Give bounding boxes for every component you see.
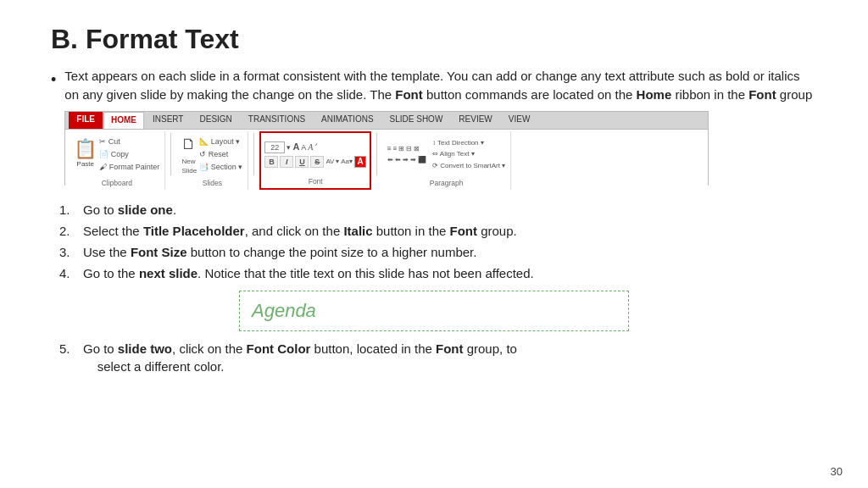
item-text-4: Go to the next slide. Notice that the ti… <box>83 264 534 282</box>
item-num-5: 5. <box>59 340 83 358</box>
tab-animations: ANIMATIONS <box>314 112 381 129</box>
numbered-item-4: 4. Go to the next slide. Notice that the… <box>59 264 817 282</box>
bullet-text-1: Text appears on each slide in a format c… <box>64 67 817 192</box>
item-num-1: 1. <box>59 201 83 219</box>
tab-review: REVIEW <box>451 112 499 129</box>
item-num-2: 2. <box>59 222 83 240</box>
page-number: 30 <box>831 465 843 478</box>
font-color-btn: A <box>354 156 366 168</box>
font-controls: 22 ▾ A A Aʼ B I U <box>264 141 366 168</box>
paragraph-content: ≡≡⊞⊟⊠ ⬅⬅➡➡⬛ ↕ Text Direction ▾ ⇔ Align T… <box>387 133 505 176</box>
font-row-2: B I U S AV ▾ Aa▾ A <box>264 156 366 168</box>
numbered-item-3: 3. Use the Font Size button to change th… <box>59 243 817 261</box>
numbered-list: 1. Go to slide one. 2. Select the Title … <box>59 201 817 282</box>
bullet-item-1: • Text appears on each slide in a format… <box>51 67 817 192</box>
item-num-3: 3. <box>59 243 83 261</box>
item-text-2: Select the Title Placeholder, and click … <box>83 222 517 240</box>
slides-content: 🗋 NewSlide 📐 Layout ▾ ↺ Reset 📑 Section … <box>181 133 242 176</box>
tab-transitions: TRANSITIONS <box>241 112 313 129</box>
bullet-section: • Text appears on each slide in a format… <box>51 67 817 192</box>
font-size-box: 22 <box>264 141 285 153</box>
numbered-item-5: 5. Go to slide two, click on the Font Co… <box>59 340 817 375</box>
divider-1 <box>170 133 171 175</box>
underline-btn: U <box>295 156 309 168</box>
italic-btn: I <box>280 156 293 168</box>
item-text-1: Go to slide one. <box>83 201 176 219</box>
numbered-item-1: 1. Go to slide one. <box>59 201 817 219</box>
tab-file: FILE <box>69 112 103 129</box>
page-content: B. Format Text • Text appears on each sl… <box>0 0 868 488</box>
ribbon-screenshot: FILE HOME INSERT DESIGN TRANSITIONS ANIM… <box>64 111 709 186</box>
divider-2 <box>253 133 254 175</box>
clipboard-group: 📋 Paste ✂ Cut 📄 Copy 🖌 Format Painter Cl… <box>69 131 165 191</box>
tab-design: DESIGN <box>192 112 239 129</box>
font-group: 22 ▾ A A Aʼ B I U <box>259 131 371 191</box>
paste-btn: 📋 Paste <box>74 140 97 169</box>
agenda-box: Agenda <box>239 291 629 331</box>
tab-insert: INSERT <box>145 112 192 129</box>
ribbon-body: 📋 Paste ✂ Cut 📄 Copy 🖌 Format Painter Cl… <box>65 129 708 192</box>
item-text-5: Go to slide two, click on the Font Color… <box>83 340 517 375</box>
agenda-text: Agenda <box>252 300 316 322</box>
tab-view: VIEW <box>501 112 538 129</box>
font-label: Font <box>309 176 323 186</box>
slides-label: Slides <box>203 178 222 188</box>
numbered-item-2: 2. Select the Title Placeholder, and cli… <box>59 222 817 240</box>
clipboard-label: Clipboard <box>102 178 132 188</box>
font-content: 22 ▾ A A Aʼ B I U <box>264 135 366 175</box>
tab-home: HOME <box>103 112 144 129</box>
paragraph-label: Paragraph <box>430 178 464 188</box>
strikethrough-btn: S <box>310 156 324 168</box>
tab-slideshow: SLIDE SHOW <box>382 112 451 129</box>
divider-3 <box>376 133 377 175</box>
item5-container: 5. Go to slide two, click on the Font Co… <box>59 340 817 375</box>
item-num-4: 4. <box>59 264 83 282</box>
clipboard-content: 📋 Paste ✂ Cut 📄 Copy 🖌 Format Painter <box>74 133 159 176</box>
bold-btn: B <box>264 156 278 168</box>
font-row-1: 22 ▾ A A Aʼ <box>264 141 366 154</box>
item-text-3: Use the Font Size button to change the p… <box>83 243 476 261</box>
paragraph-group: ≡≡⊞⊟⊠ ⬅⬅➡➡⬛ ↕ Text Direction ▾ ⇔ Align T… <box>382 131 511 191</box>
slides-group: 🗋 NewSlide 📐 Layout ▾ ↺ Reset 📑 Section … <box>176 131 248 191</box>
ribbon-tabs: FILE HOME INSERT DESIGN TRANSITIONS ANIM… <box>65 112 708 129</box>
page-title: B. Format Text <box>51 24 817 55</box>
bullet-dot: • <box>51 69 56 91</box>
